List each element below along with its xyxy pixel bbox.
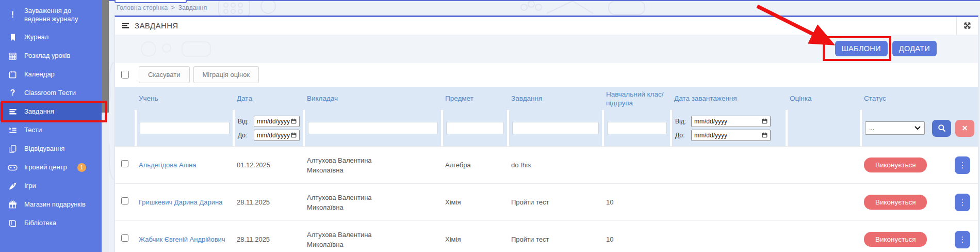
- sidebar-item-schedule[interactable]: Розклад уроків: [0, 46, 102, 65]
- date-placeholder: mm/dd/yyyy: [694, 118, 727, 125]
- upload-date-to-input[interactable]: mm/dd/yyyy: [691, 130, 771, 141]
- student-link[interactable]: Гришкевич Дарина Дарина: [139, 198, 222, 206]
- column-header-date[interactable]: Дата: [233, 91, 303, 106]
- filter-cell-subject: [441, 110, 507, 146]
- list-icon: [121, 22, 130, 29]
- table-row: Жабчик Євгеній Андрійович 28.11.2025 Алт…: [115, 220, 978, 252]
- column-header-upload-date[interactable]: Дата завантаження: [670, 91, 786, 106]
- breadcrumb-home-link[interactable]: Головна сторінка: [117, 4, 168, 11]
- search-button[interactable]: [932, 120, 951, 137]
- task-filter-input[interactable]: [512, 122, 599, 134]
- sidebar-item-gift-shop[interactable]: Магазин подарунків: [0, 195, 102, 214]
- column-header-task[interactable]: Завдання: [507, 91, 602, 106]
- column-header-teacher[interactable]: Викладач: [303, 91, 441, 106]
- subject-cell: Хімія: [441, 231, 507, 247]
- calendar-picker-icon[interactable]: [291, 132, 297, 138]
- date-to-label: До:: [238, 132, 251, 139]
- page-title: ЗАВДАННЯ: [135, 21, 178, 30]
- grade-migration-button[interactable]: Міграція оцінок: [193, 66, 259, 83]
- upload-date-cell: [670, 237, 786, 243]
- calendar-picker-icon[interactable]: [762, 118, 767, 124]
- sidebar: ! Зауваження до ведення журналу Журнал Р…: [0, 0, 102, 252]
- status-badge: Виконується: [864, 232, 927, 247]
- sidebar-item-label: Тести: [24, 126, 42, 134]
- kebab-menu-icon: ⋮: [959, 163, 967, 168]
- row-actions-button[interactable]: ⋮: [955, 156, 970, 174]
- subject-filter-input[interactable]: [446, 122, 504, 134]
- date-placeholder: mm/dd/yyyy: [257, 118, 290, 125]
- scrollbar-thumb[interactable]: [102, 0, 109, 113]
- upload-date-from-input[interactable]: mm/dd/yyyy: [691, 116, 771, 127]
- sidebar-item-label: Розклад уроків: [24, 52, 70, 60]
- subject-cell: Алгебра: [441, 157, 507, 173]
- class-group-filter-input[interactable]: [607, 122, 667, 134]
- templates-button[interactable]: ШАБЛОНИ: [835, 41, 888, 56]
- tasks-icon: [8, 107, 18, 116]
- student-link[interactable]: Альдегідова Аліна: [139, 161, 196, 169]
- status-selected-value: ...: [869, 124, 874, 132]
- column-header-grade[interactable]: Оцінка: [786, 91, 860, 106]
- close-icon: ✕: [962, 124, 968, 132]
- column-header-subject[interactable]: Предмет: [441, 91, 507, 106]
- calendar-picker-icon[interactable]: [762, 132, 767, 138]
- calendar-picker-icon[interactable]: [291, 118, 297, 124]
- kebab-menu-icon: ⋮: [959, 237, 967, 242]
- task-cell: do this: [507, 157, 602, 173]
- sidebar-item-tasks[interactable]: Завдання: [0, 102, 102, 121]
- column-header-class-group[interactable]: Навчальний клас/підгрупа: [602, 87, 670, 111]
- sidebar-item-remarks[interactable]: ! Зауваження до ведення журналу: [0, 2, 102, 28]
- breadcrumb: Головна сторінка > Завдання: [117, 4, 207, 11]
- game-center-badge: 1: [77, 163, 86, 172]
- upload-date-to-label: До:: [675, 132, 689, 139]
- teacher-cell: Алтухова Валентина Миколаївна: [307, 230, 397, 249]
- date-cell: 28.11.2025: [233, 194, 303, 210]
- row-checkbox[interactable]: [121, 160, 128, 167]
- column-header-student[interactable]: Учень: [135, 91, 233, 106]
- sidebar-item-library[interactable]: Бібліотека: [0, 214, 102, 232]
- sidebar-item-calendar[interactable]: Календар: [0, 65, 102, 84]
- date-to-input[interactable]: mm/dd/yyyy: [254, 130, 300, 141]
- select-all-checkbox[interactable]: [121, 71, 129, 78]
- sidebar-item-games[interactable]: Ігри: [0, 177, 102, 195]
- clear-filters-button[interactable]: ✕: [955, 120, 974, 137]
- date-from-input[interactable]: mm/dd/yyyy: [254, 116, 300, 127]
- add-button[interactable]: ДОДАТИ: [892, 41, 937, 56]
- exclamation-icon: !: [8, 10, 18, 20]
- student-link[interactable]: Жабчик Євгеній Андрійович: [139, 235, 225, 243]
- gift-icon: [8, 200, 18, 209]
- sidebar-item-game-center[interactable]: Ігровий центр 1: [0, 158, 102, 177]
- sidebar-item-label: Календар: [24, 70, 55, 78]
- table-filter-row: Від: mm/dd/yyyy До: mm/dd/yyyy: [115, 110, 978, 146]
- column-header-status[interactable]: Статус: [860, 91, 951, 106]
- row-actions-button[interactable]: ⋮: [955, 194, 970, 211]
- class-group-cell: [602, 162, 670, 168]
- cut-off-element: [115, 0, 187, 3]
- vertical-scrollbar[interactable]: [102, 0, 109, 252]
- question-icon: ?: [8, 88, 18, 98]
- row-checkbox[interactable]: [121, 234, 128, 242]
- grade-cell: [786, 237, 860, 243]
- panel-toolbar: ШАБЛОНИ ДОДАТИ: [115, 35, 978, 63]
- date-from-label: Від:: [238, 118, 251, 125]
- sidebar-item-attendance[interactable]: Відвідування: [0, 139, 102, 158]
- student-filter-input[interactable]: [140, 122, 230, 134]
- tests-icon: [8, 125, 18, 135]
- row-checkbox[interactable]: [121, 197, 128, 204]
- cancel-button[interactable]: Скасувати: [139, 66, 190, 83]
- sidebar-item-label: Ігровий центр: [24, 163, 67, 171]
- status-filter-select[interactable]: ...: [865, 121, 925, 135]
- chevron-down-icon: [914, 126, 921, 130]
- row-actions-button[interactable]: ⋮: [955, 231, 970, 248]
- row-checkbox-cell: [115, 157, 135, 173]
- teacher-cell: Алтухова Валентина Миколаївна: [307, 193, 397, 212]
- sidebar-item-tests[interactable]: Тести: [0, 121, 102, 139]
- kebab-menu-icon: ⋮: [959, 200, 967, 205]
- sidebar-item-classroom-tests[interactable]: ? Classroom Тести: [0, 84, 102, 102]
- fullscreen-button[interactable]: [956, 17, 978, 35]
- teacher-filter-input[interactable]: [308, 122, 438, 134]
- sidebar-item-journal[interactable]: Журнал: [0, 28, 102, 46]
- grade-cell: [786, 162, 860, 168]
- filter-cell-task: [507, 110, 602, 146]
- book-icon: [8, 218, 18, 228]
- filter-cell-grade: [786, 110, 860, 146]
